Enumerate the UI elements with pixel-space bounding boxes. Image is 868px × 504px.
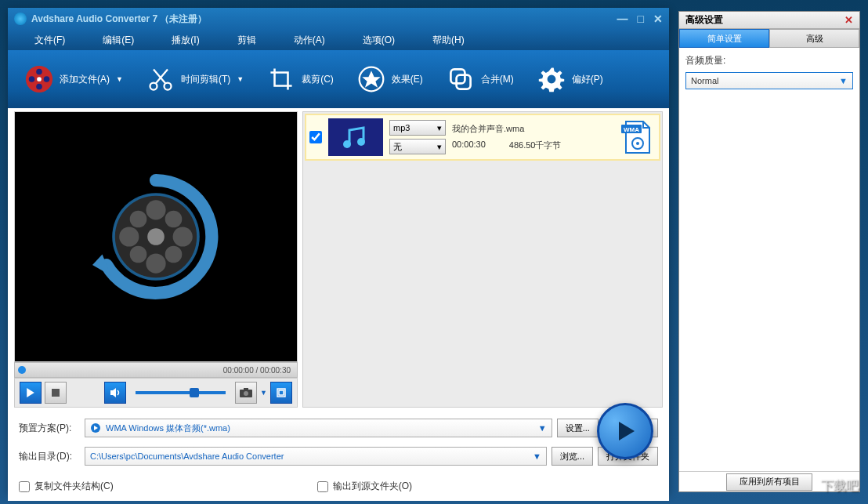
svg-line-9 <box>154 69 165 83</box>
svg-point-7 <box>164 83 171 90</box>
progress-bar[interactable]: 00:00:00 / 00:00:30 <box>14 362 298 378</box>
scissors-icon <box>145 63 176 95</box>
menu-help[interactable]: 帮助(H) <box>414 31 483 50</box>
svg-point-16 <box>146 200 165 219</box>
convert-button[interactable] <box>597 403 653 459</box>
crop-label: 裁剪(C) <box>302 73 334 86</box>
svg-point-2 <box>44 76 50 82</box>
svg-marker-40 <box>619 422 635 441</box>
menu-edit[interactable]: 编辑(E) <box>84 31 153 50</box>
svg-marker-25 <box>27 388 34 397</box>
content-area: 00:00:00 / 00:00:30 ▼ <box>8 108 669 411</box>
file-list[interactable]: mp3▾ 无▾ 我的合并声音.wma 00:00:30 486.50千字节 WM… <box>302 111 663 408</box>
svg-point-34 <box>357 138 365 146</box>
tab-advanced[interactable]: 高级 <box>769 29 859 48</box>
svg-point-5 <box>37 77 42 82</box>
stop-button[interactable] <box>45 382 67 404</box>
menu-file[interactable]: 文件(F) <box>16 31 84 50</box>
preference-button[interactable]: 偏好(P) <box>528 59 611 100</box>
star-icon <box>356 63 387 95</box>
menu-play[interactable]: 播放(I) <box>153 31 218 50</box>
svg-point-30 <box>244 391 248 396</box>
merge-button[interactable]: 合并(M) <box>437 59 522 100</box>
svg-point-33 <box>343 140 351 148</box>
preview-panel: 00:00:00 / 00:00:30 ▼ <box>14 111 298 408</box>
titlebar[interactable]: Avdshare Audio Converter 7 （未注册） — □ ✕ <box>8 8 669 30</box>
svg-point-17 <box>146 254 165 274</box>
tab-simple[interactable]: 简单设置 <box>679 29 769 48</box>
menu-clip[interactable]: 剪辑 <box>219 31 275 50</box>
svg-point-22 <box>130 246 147 263</box>
output-label: 输出目录(D): <box>19 450 80 463</box>
add-file-button[interactable]: 添加文件(A)▼ <box>16 59 131 100</box>
toolbar: 添加文件(A)▼ 时间剪辑(T)▼ 裁剪(C) 效果(E) 合并(M) <box>8 50 669 108</box>
svg-rect-32 <box>279 390 284 395</box>
audio-preset-icon <box>90 422 101 433</box>
trim-label: 时间剪辑(T) <box>181 73 230 86</box>
fullscreen-button[interactable] <box>270 382 292 404</box>
svg-point-18 <box>119 227 139 246</box>
menubar: 文件(F) 编辑(E) 播放(I) 剪辑 动作(A) 选项(O) 帮助(H) <box>8 30 669 50</box>
file-checkbox[interactable] <box>309 131 322 143</box>
close-button[interactable]: ✕ <box>653 13 663 25</box>
svg-point-23 <box>165 246 183 263</box>
browse-button[interactable]: 浏览... <box>552 447 593 466</box>
preset-label: 预置方案(P): <box>19 422 80 435</box>
svg-point-38 <box>636 142 639 145</box>
time-display: 00:00:00 / 00:00:30 <box>223 366 291 375</box>
effect-button[interactable]: 效果(E) <box>348 59 431 100</box>
snapshot-button[interactable] <box>235 382 257 404</box>
svg-text:WMA: WMA <box>624 126 639 133</box>
play-button[interactable] <box>20 382 42 404</box>
file-type-icon: WMA <box>618 118 656 156</box>
preview-box <box>14 111 298 362</box>
effect-label: 效果(E) <box>392 73 423 86</box>
file-item[interactable]: mp3▾ 无▾ 我的合并声音.wma 00:00:30 486.50千字节 WM… <box>305 114 660 161</box>
reel-placeholder-icon <box>85 166 226 307</box>
advanced-settings-panel: 高级设置 ✕ 简单设置 高级 音频质量: Normal▼ 应用到所有项目 <box>678 11 860 492</box>
file-duration: 00:00:30 <box>452 140 486 151</box>
none-select[interactable]: 无▾ <box>389 139 446 154</box>
merge-label: 合并(M) <box>481 73 514 86</box>
app-icon <box>14 13 27 25</box>
svg-rect-26 <box>52 389 60 397</box>
bottom-panel: 预置方案(P): WMA Windows 媒体音频(*.wma)▼ 设置... … <box>8 411 669 501</box>
trim-button[interactable]: 时间剪辑(T)▼ <box>137 59 251 100</box>
side-panel-title[interactable]: 高级设置 ✕ <box>679 12 859 29</box>
film-reel-icon <box>24 63 55 95</box>
svg-point-20 <box>130 211 147 228</box>
svg-point-19 <box>173 227 193 246</box>
main-window: Avdshare Audio Converter 7 （未注册） — □ ✕ 文… <box>8 8 669 494</box>
preset-select[interactable]: WMA Windows 媒体音频(*.wma)▼ <box>85 419 552 437</box>
svg-rect-29 <box>244 388 248 390</box>
volume-slider[interactable] <box>136 391 226 394</box>
crop-button[interactable]: 裁剪(C) <box>258 59 342 100</box>
file-name: 我的合并声音.wma <box>452 123 612 135</box>
watermark: 下载吧 <box>821 478 859 495</box>
close-icon[interactable]: ✕ <box>844 14 853 26</box>
merge-icon <box>445 63 476 95</box>
volume-button[interactable] <box>104 382 126 404</box>
quality-select[interactable]: Normal▼ <box>685 72 853 89</box>
menu-action[interactable]: 动作(A) <box>275 31 344 50</box>
file-thumbnail <box>328 118 383 156</box>
file-size: 486.50千字节 <box>509 140 562 151</box>
output-to-source-checkbox[interactable]: 输出到源文件夹(O) <box>317 480 412 493</box>
output-path-input[interactable]: C:\Users\pc\Documents\Avdshare Audio Con… <box>85 447 547 466</box>
svg-point-21 <box>165 211 183 228</box>
svg-point-1 <box>36 69 42 75</box>
svg-marker-27 <box>110 388 116 397</box>
copy-structure-checkbox[interactable]: 复制文件夹结构(C) <box>19 480 114 493</box>
maximize-button[interactable]: □ <box>638 13 644 25</box>
menu-options[interactable]: 选项(O) <box>344 31 414 50</box>
preference-label: 偏好(P) <box>572 73 603 86</box>
apply-all-button[interactable]: 应用到所有项目 <box>726 473 812 491</box>
svg-point-3 <box>36 84 42 90</box>
svg-point-24 <box>147 228 165 245</box>
format-select[interactable]: mp3▾ <box>389 120 446 136</box>
settings-button[interactable]: 设置... <box>557 419 599 437</box>
window-title: Avdshare Audio Converter 7 （未注册） <box>31 13 617 26</box>
svg-point-4 <box>29 76 35 82</box>
minimize-button[interactable]: — <box>617 13 628 25</box>
player-controls: ▼ <box>14 378 298 408</box>
